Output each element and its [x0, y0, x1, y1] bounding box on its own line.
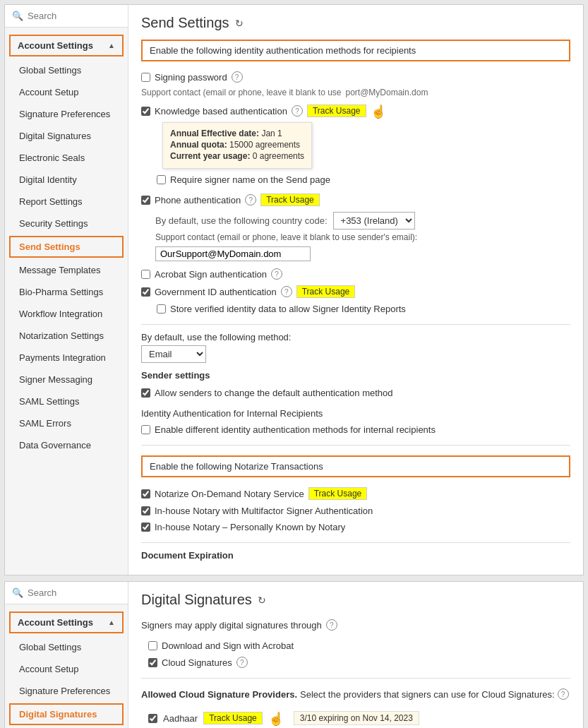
cloud-signatures-help-icon[interactable]: ?: [236, 657, 248, 668]
sidebar-item-global-settings2[interactable]: Global Settings: [5, 636, 128, 658]
sidebar-item-global-settings[interactable]: Global Settings: [5, 59, 128, 81]
signing-password-label: Signing password: [155, 72, 227, 83]
default-method-label: By default, use the following method:: [141, 332, 570, 342]
search-input-1[interactable]: [28, 11, 121, 21]
sidebar-item-signature-preferences2[interactable]: Signature Preferences: [5, 680, 128, 702]
sidebar-item-security-settings[interactable]: Security Settings: [5, 213, 128, 234]
aadhaar-track-usage-button[interactable]: Track Usage: [203, 712, 263, 724]
gov-id-row: Government ID authentication ? Track Usa…: [141, 282, 570, 301]
sidebar-item-digital-identity[interactable]: Digital Identity: [5, 169, 128, 191]
section-banner-1: Enable the following identity authentica…: [141, 40, 570, 61]
country-code-select[interactable]: +353 (Ireland) +1 (USA) +44 (UK): [333, 212, 415, 229]
allowed-cloud-help-icon[interactable]: ?: [558, 688, 569, 700]
acrobat-sign-row: Acrobat Sign authentication ?: [141, 265, 570, 282]
sidebar-item-report-settings[interactable]: Report Settings: [5, 191, 128, 213]
sidebar-item-data-governance[interactable]: Data Governance: [5, 434, 128, 456]
download-sign-checkbox[interactable]: [148, 641, 157, 650]
tooltip-current-year: Current year usage: 0 agreements: [170, 151, 304, 161]
inhouse-personal-row: In-house Notary – Personally Known by No…: [141, 519, 570, 535]
allow-senders-checkbox[interactable]: [141, 388, 150, 398]
cursor-icon-2: ☝: [268, 711, 284, 727]
search-icon-1: 🔍: [12, 11, 23, 21]
sidebar-item-account-setup[interactable]: Account Setup: [5, 81, 128, 103]
sidebar-item-saml-errors[interactable]: SAML Errors: [5, 412, 128, 434]
account-settings-header-1[interactable]: Account Settings ▲: [9, 35, 124, 56]
refresh-icon-2[interactable]: ↻: [258, 595, 266, 606]
section-banner-2: Enable the following Notarize Transactio…: [141, 455, 570, 477]
gov-id-help-icon[interactable]: ?: [281, 286, 292, 297]
store-verified-checkbox[interactable]: [157, 304, 166, 314]
page-title-2: Digital Signatures ↻: [141, 592, 570, 608]
sender-settings-label: Sender settings: [141, 370, 570, 381]
gov-id-track-usage-button[interactable]: Track Usage: [296, 285, 356, 298]
chevron-icon-1: ▲: [108, 42, 115, 49]
enable-different-checkbox[interactable]: [141, 425, 150, 434]
country-code-label: By default, use the following country co…: [155, 215, 328, 226]
kba-row: Knowledge based authentication ? Track U…: [141, 100, 570, 122]
sidebar-item-payments-integration[interactable]: Payments Integration: [5, 347, 128, 369]
aadhaar-label: Aadhaar: [163, 713, 198, 724]
sidebar-item-signature-preferences[interactable]: Signature Preferences: [5, 103, 128, 125]
sidebar-item-electronic-seals[interactable]: Electronic Seals: [5, 147, 128, 169]
document-expiration-label: Document Expiration: [141, 550, 570, 561]
sidebar-1: 🔍 Account Settings ▲ Global Settings Acc…: [5, 5, 128, 575]
support-email-row: Support contact (email or phone, leave i…: [155, 232, 570, 261]
allow-senders-row: Allow senders to change the default auth…: [141, 385, 570, 401]
enable-different-row: Enable different identity authentication…: [141, 422, 570, 438]
account-settings-label-2: Account Settings: [18, 617, 93, 628]
inhouse-personal-checkbox[interactable]: [141, 523, 150, 532]
kba-help-icon[interactable]: ?: [292, 105, 303, 117]
signing-password-checkbox[interactable]: [141, 73, 150, 82]
account-settings-header-2[interactable]: Account Settings ▲: [9, 611, 124, 633]
search-input-2[interactable]: [28, 587, 121, 598]
sidebar-item-account-setup2[interactable]: Account Setup: [5, 658, 128, 680]
phone-auth-help-icon[interactable]: ?: [245, 194, 256, 205]
acrobat-sign-help-icon[interactable]: ?: [271, 268, 282, 280]
require-signer-checkbox[interactable]: [157, 175, 166, 184]
divider-2: [141, 445, 570, 446]
sidebar-item-bio-pharma-settings[interactable]: Bio-Pharma Settings: [5, 281, 128, 303]
enable-different-label: Enable different identity authentication…: [155, 424, 436, 435]
sidebar-item-saml-settings[interactable]: SAML Settings: [5, 390, 128, 412]
notarize-track-usage-button[interactable]: Track Usage: [308, 487, 368, 500]
kba-checkbox[interactable]: [141, 107, 150, 116]
sidebar-item-message-templates[interactable]: Message Templates: [5, 259, 128, 281]
sidebar-item-signer-messaging[interactable]: Signer Messaging: [5, 369, 128, 390]
allowed-cloud-label: Allowed Cloud Signature Providers.: [141, 689, 297, 700]
kba-tooltip: Annual Effective date: Jan 1 Annual quot…: [162, 122, 312, 169]
signing-password-row: Signing password ?: [141, 68, 570, 85]
inhouse-multifactor-checkbox[interactable]: [141, 506, 150, 515]
inhouse-personal-label: In-house Notary – Personally Known by No…: [155, 522, 345, 532]
sidebar-item-digital-signatures2[interactable]: Digital Signatures: [9, 703, 124, 725]
phone-track-usage-button[interactable]: Track Usage: [260, 193, 320, 206]
refresh-icon-1[interactable]: ↻: [235, 18, 244, 29]
cloud-signatures-row: Cloud Signatures ?: [148, 654, 570, 671]
internal-recipients-label: Identity Authentication for Internal Rec…: [141, 408, 570, 419]
allowed-cloud-desc: Select the providers that signers can us…: [300, 689, 555, 700]
acrobat-sign-checkbox[interactable]: [141, 270, 150, 279]
kba-section: Knowledge based authentication ? Track U…: [141, 100, 570, 188]
sidebar-item-workflow-integration[interactable]: Workflow Integration: [5, 303, 128, 325]
signers-apply-help-icon[interactable]: ?: [326, 619, 337, 631]
default-method-select[interactable]: Email Password Phone: [141, 345, 206, 363]
country-code-row: By default, use the following country co…: [155, 212, 570, 229]
search-bar-2[interactable]: 🔍: [5, 582, 128, 604]
page-title-1: Send Settings ↻: [141, 15, 570, 31]
support-email-input[interactable]: [155, 246, 311, 261]
signing-password-help-icon[interactable]: ?: [232, 71, 243, 83]
kba-track-usage-button[interactable]: Track Usage: [307, 105, 366, 117]
sidebar-item-notarization-settings[interactable]: Notarization Settings: [5, 325, 128, 347]
notarize-on-demand-row: Notarize On-Demand Notary Service Track …: [141, 484, 570, 503]
search-bar-1[interactable]: 🔍: [5, 5, 128, 28]
gov-id-checkbox[interactable]: [141, 287, 150, 297]
sidebar-item-digital-signatures[interactable]: Digital Signatures: [5, 125, 128, 147]
support-contact-label-truncated: Support contact (email or phone, leave i…: [141, 88, 342, 97]
cloud-signatures-checkbox[interactable]: [148, 658, 157, 667]
inhouse-multifactor-label: In-house Notary with Multifactor Signer …: [155, 506, 373, 516]
aadhaar-checkbox[interactable]: [148, 714, 157, 723]
notarize-on-demand-checkbox[interactable]: [141, 489, 150, 499]
store-verified-label: Store verified identity data to allow Si…: [170, 304, 406, 314]
phone-auth-checkbox[interactable]: [141, 196, 150, 205]
sidebar-item-send-settings[interactable]: Send Settings: [9, 236, 124, 258]
signers-apply-row: Signers may apply digital signatures thr…: [141, 616, 570, 633]
